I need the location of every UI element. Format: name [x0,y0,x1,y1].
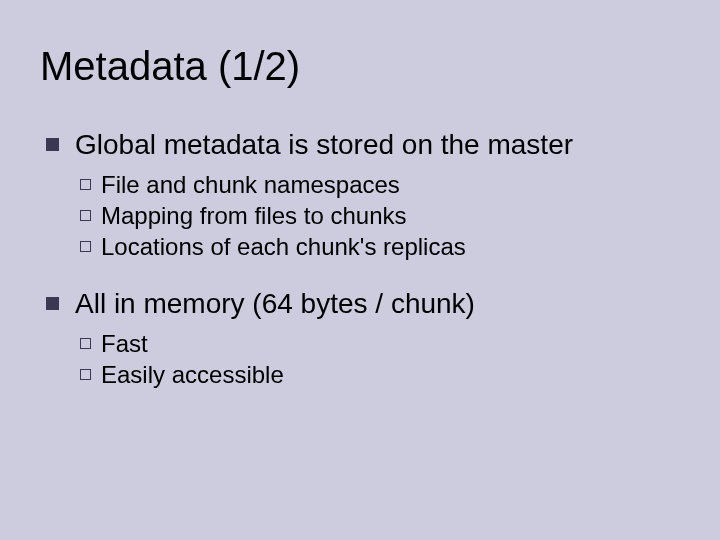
bullet-item: All in memory (64 bytes / chunk) [46,288,680,320]
hollow-square-bullet-icon [80,369,91,380]
hollow-square-bullet-icon [80,338,91,349]
sub-bullet-text: Easily accessible [101,361,284,390]
hollow-square-bullet-icon [80,179,91,190]
sub-list: Fast Easily accessible [80,330,680,390]
bullet-item: Global metadata is stored on the master [46,129,680,161]
slide: Metadata (1/2) Global metadata is stored… [0,0,720,540]
square-bullet-icon [46,297,59,310]
sub-bullet-item: File and chunk namespaces [80,171,680,200]
sub-bullet-text: Fast [101,330,148,359]
hollow-square-bullet-icon [80,210,91,221]
sub-bullet-text: Locations of each chunk's replicas [101,233,466,262]
sub-bullet-item: Easily accessible [80,361,680,390]
sub-bullet-text: Mapping from files to chunks [101,202,406,231]
sub-bullet-item: Locations of each chunk's replicas [80,233,680,262]
sub-list: File and chunk namespaces Mapping from f… [80,171,680,261]
bullet-text: All in memory (64 bytes / chunk) [75,288,475,320]
bullet-text: Global metadata is stored on the master [75,129,573,161]
sub-bullet-item: Fast [80,330,680,359]
square-bullet-icon [46,138,59,151]
sub-bullet-text: File and chunk namespaces [101,171,400,200]
hollow-square-bullet-icon [80,241,91,252]
slide-title: Metadata (1/2) [40,44,680,89]
sub-bullet-item: Mapping from files to chunks [80,202,680,231]
